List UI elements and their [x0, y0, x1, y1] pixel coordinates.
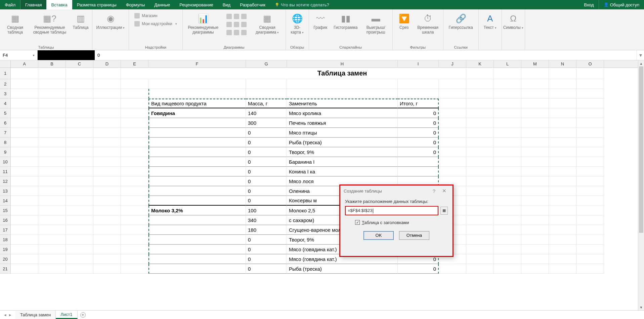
col-header-I[interactable]: I	[398, 60, 439, 67]
cell-B18[interactable]	[38, 235, 66, 245]
cell-K11[interactable]	[466, 167, 494, 176]
cell-L15[interactable]	[494, 206, 521, 215]
cell-M14[interactable]	[521, 196, 549, 206]
cell-L11[interactable]	[494, 167, 521, 176]
col-header-K[interactable]: K	[466, 60, 494, 67]
cell-C20[interactable]	[66, 254, 93, 264]
formula-input[interactable]: 0	[95, 50, 637, 60]
pivotchart-button[interactable]: ▦Сводная диаграмма	[251, 11, 284, 35]
cell-L16[interactable]	[494, 215, 521, 225]
cell-M10[interactable]	[521, 157, 549, 167]
cell-K19[interactable]	[466, 245, 494, 254]
cell-D9[interactable]	[93, 147, 121, 157]
cell-O11[interactable]	[576, 167, 604, 176]
cell-L3[interactable]	[494, 89, 521, 99]
row-header-11[interactable]: 11	[0, 167, 11, 176]
cell-G19[interactable]: 0	[246, 245, 287, 254]
cell-J8[interactable]	[439, 138, 466, 147]
tab-review[interactable]: Рецензирование	[175, 0, 218, 9]
cell-G17[interactable]: 180	[246, 225, 287, 235]
cell-A14[interactable]	[11, 196, 38, 206]
cell-N11[interactable]	[549, 167, 576, 176]
cell-O8[interactable]	[576, 138, 604, 147]
col-header-J[interactable]: J	[439, 60, 466, 67]
cell-F5[interactable]: Говядина	[148, 108, 246, 118]
cell-G4[interactable]: Масса, г	[246, 99, 287, 108]
cell-F21[interactable]	[148, 264, 246, 274]
tab-developer[interactable]: Разработчик	[235, 0, 270, 9]
cell-C18[interactable]	[66, 235, 93, 245]
scroll-up-icon[interactable]: ▲	[638, 60, 644, 66]
cell-M13[interactable]	[521, 186, 549, 196]
chart-type-2[interactable]	[224, 21, 249, 28]
cell-B20[interactable]	[38, 254, 66, 264]
cell-J6[interactable]	[439, 118, 466, 128]
cell-L8[interactable]	[494, 138, 521, 147]
cell-L6[interactable]	[494, 118, 521, 128]
dialog-help-icon[interactable]: ?	[429, 188, 439, 194]
cell-H9[interactable]: Творог, 9%	[287, 147, 398, 157]
cell-C1[interactable]	[66, 68, 93, 79]
cell-G20[interactable]: 0	[246, 254, 287, 264]
cell-B14[interactable]	[38, 196, 66, 206]
cell-L1[interactable]	[494, 68, 521, 79]
cell-E9[interactable]	[121, 147, 148, 157]
row-header-13[interactable]: 13	[0, 186, 11, 196]
cell-A18[interactable]	[11, 235, 38, 245]
cell-D21[interactable]	[93, 264, 121, 274]
cell-J2[interactable]	[439, 79, 466, 89]
cell-N7[interactable]	[549, 128, 576, 138]
cell-G8[interactable]: 0	[246, 138, 287, 147]
column-headers[interactable]: ABCDEFGHIJKLMNO	[11, 60, 638, 68]
cell-N5[interactable]	[549, 108, 576, 118]
cell-H5[interactable]: Мясо кролика	[287, 108, 398, 118]
row-header-17[interactable]: 17	[0, 225, 11, 235]
cell-M2[interactable]	[521, 79, 549, 89]
cell-H11[interactable]: Конина I ка	[287, 167, 398, 176]
cell-D5[interactable]	[93, 108, 121, 118]
cell-C21[interactable]	[66, 264, 93, 274]
cell-I7[interactable]: 0	[398, 128, 439, 138]
row-header-20[interactable]: 20	[0, 254, 11, 264]
cell-A5[interactable]	[11, 108, 38, 118]
select-all-corner[interactable]	[0, 60, 11, 68]
timeline-button[interactable]: ⏱Временная шкала	[415, 11, 441, 35]
cell-N12[interactable]	[549, 176, 576, 186]
col-header-B[interactable]: B	[38, 60, 66, 67]
cell-O16[interactable]	[576, 215, 604, 225]
cell-F6[interactable]	[148, 118, 246, 128]
cell-N19[interactable]	[549, 245, 576, 254]
row-header-4[interactable]: 4	[0, 99, 11, 108]
cell-M5[interactable]	[521, 108, 549, 118]
cell-A7[interactable]	[11, 128, 38, 138]
cell-D20[interactable]	[93, 254, 121, 264]
row-header-5[interactable]: 5	[0, 108, 11, 118]
cell-C11[interactable]	[66, 167, 93, 176]
tab-data[interactable]: Данные	[149, 0, 175, 9]
headers-checkbox[interactable]: ✓ Таблица с заголовками	[355, 220, 448, 225]
3dmap-button[interactable]: 🌐3D-карта	[288, 11, 307, 35]
cell-L4[interactable]	[494, 99, 521, 108]
login-button[interactable]: Вход	[579, 0, 598, 9]
cell-J7[interactable]	[439, 128, 466, 138]
cell-L18[interactable]	[494, 235, 521, 245]
cell-M3[interactable]	[521, 89, 549, 99]
cell-L9[interactable]	[494, 147, 521, 157]
cell-H10[interactable]: Баранина I	[287, 157, 398, 167]
cell-E1[interactable]	[121, 68, 148, 79]
cell-A3[interactable]	[11, 89, 38, 99]
cell-A15[interactable]	[11, 206, 38, 215]
cell-D8[interactable]	[93, 138, 121, 147]
cell-G1[interactable]	[246, 68, 287, 79]
cell-O6[interactable]	[576, 118, 604, 128]
cell-B6[interactable]	[38, 118, 66, 128]
cell-O4[interactable]	[576, 99, 604, 108]
row-header-10[interactable]: 10	[0, 157, 11, 167]
ok-button[interactable]: OK	[363, 231, 394, 240]
vertical-scrollbar[interactable]: ▲ ▼	[638, 60, 644, 310]
cell-F15[interactable]: Молоко 3,2%	[148, 206, 246, 215]
cell-L13[interactable]	[494, 186, 521, 196]
col-header-F[interactable]: F	[148, 60, 246, 67]
scroll-down-icon[interactable]: ▼	[638, 304, 644, 310]
cell-K1[interactable]	[466, 68, 494, 79]
